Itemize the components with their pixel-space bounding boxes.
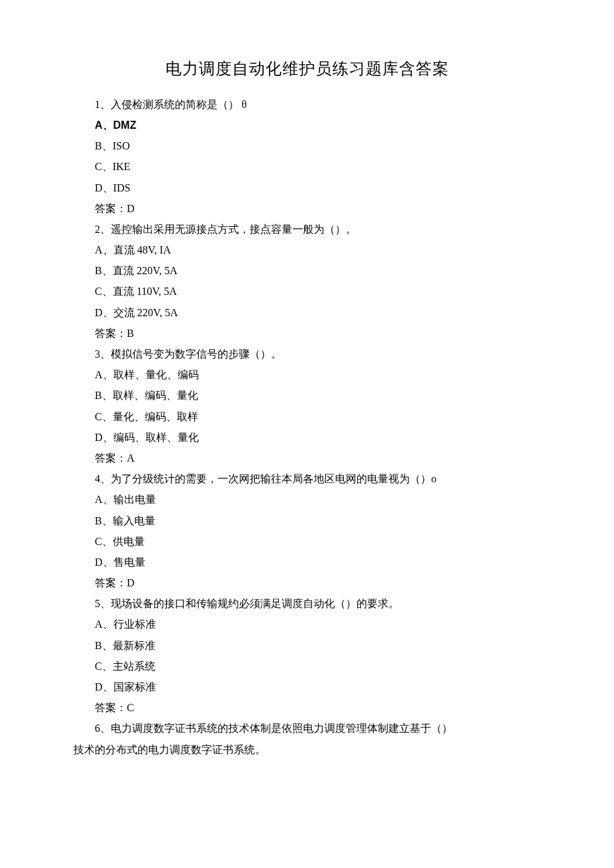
page-title: 电力调度自动化维护员练习题库含答案 <box>73 53 541 85</box>
text-line: B、取样、编码、量化 <box>73 385 541 406</box>
text-line: 答案：A <box>73 448 541 468</box>
text-line: B、ISO <box>73 135 541 156</box>
text-line: 3、模拟信号变为数字信号的步骤（）。 <box>73 344 541 364</box>
text-line: 答案：B <box>73 323 541 344</box>
text-line: D、IDS <box>73 177 541 198</box>
text-line: A、DMZ <box>73 115 541 135</box>
text-line: 2、遥控输出采用无源接点方式，接点容量一般为（）。 <box>73 219 541 240</box>
text-line: C、直流 110V, 5A <box>73 281 541 302</box>
document-body: 1、入侵检测系统的简称是（） θA、DMZB、ISOC、IKED、IDS答案：D… <box>73 94 541 760</box>
text-line: A、取样、量化、编码 <box>73 364 541 385</box>
text-line: C、主站系统 <box>73 656 541 677</box>
text-line: D、国家标准 <box>73 677 541 697</box>
text-line: 答案：D <box>73 572 541 593</box>
text-line: A、输出电量 <box>73 489 541 510</box>
text-line: D、交流 220V, 5A <box>73 302 541 323</box>
text-line: 6、电力调度数字证书系统的技术体制是依照电力调度管理体制建立基于（） <box>73 718 541 739</box>
text-line: B、最新标准 <box>73 635 541 656</box>
text-line: B、直流 220V, 5A <box>73 260 541 281</box>
text-line: 答案：C <box>73 697 541 718</box>
text-line: C、量化、编码、取样 <box>73 406 541 427</box>
text-line: 技术的分布式的电力调度数字证书系统。 <box>73 739 541 760</box>
text-line: 答案：D <box>73 198 541 219</box>
text-line: B、输入电量 <box>73 510 541 531</box>
text-line: C、IKE <box>73 156 541 177</box>
text-line: 5、现场设备的接口和传输规约必须满足调度自动化（）的要求。 <box>73 593 541 614</box>
text-line: 4、为了分级统计的需要，一次网把输往本局各地区电网的电量视为（）o <box>73 468 541 489</box>
text-line: D、售电量 <box>73 552 541 572</box>
text-line: 1、入侵检测系统的简称是（） θ <box>73 94 541 115</box>
text-line: C、供电量 <box>73 531 541 552</box>
text-line: A、直流 48V, IA <box>73 240 541 260</box>
text-line: A、行业标准 <box>73 614 541 634</box>
text-line: D、编码、取样、量化 <box>73 427 541 448</box>
